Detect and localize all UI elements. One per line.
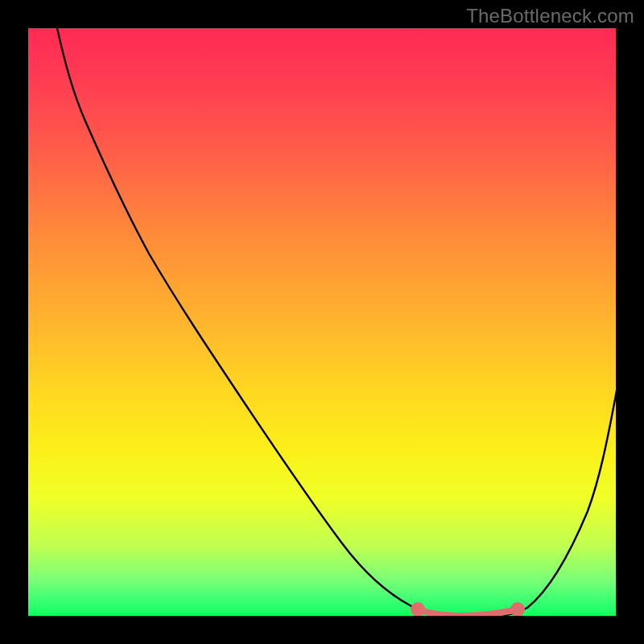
- bottleneck-curve: [57, 28, 616, 616]
- svg-point-0: [414, 605, 422, 613]
- svg-point-1: [514, 605, 522, 613]
- watermark-text: TheBottleneck.com: [466, 5, 634, 27]
- curve-layer: [28, 28, 616, 616]
- highlight-flat-region: [414, 605, 522, 616]
- plot-area: [28, 28, 616, 616]
- chart-stage: TheBottleneck.com: [0, 0, 644, 644]
